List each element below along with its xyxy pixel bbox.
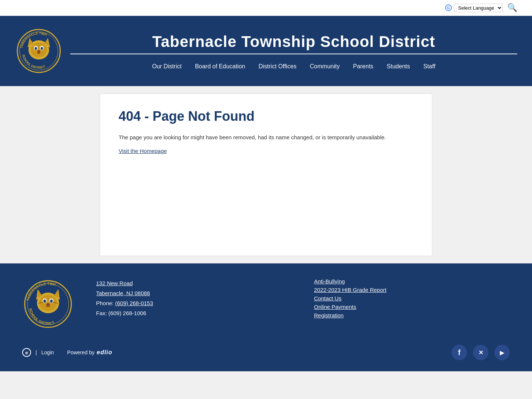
nav-item-students[interactable]: Students <box>380 60 417 73</box>
footer-link-contact[interactable]: Contact Us <box>314 295 510 301</box>
header-center: Tabernacle Township School District Our … <box>70 29 517 73</box>
site-title: Tabernacle Township School District <box>70 33 517 54</box>
error-message: The page you are looking for might have … <box>119 133 413 142</box>
edlio-brand: edlio <box>97 349 112 356</box>
footer-bottom: e | Login Powered by edlio f ✕ ▶ <box>22 341 510 360</box>
top-bar: G Select Language 🔍 <box>0 0 532 16</box>
powered-by-label <box>63 349 64 355</box>
footer-phone: Phone: (609) 268-0153 <box>96 298 292 308</box>
fax-label: Fax: <box>96 310 107 316</box>
footer-address-line1[interactable]: 132 New Road <box>96 278 292 288</box>
edlio-icon: e <box>22 348 31 357</box>
svg-point-24 <box>50 300 53 303</box>
nav-item-board-of-education[interactable]: Board of Education <box>188 60 252 73</box>
nav-item-parents[interactable]: Parents <box>346 60 380 73</box>
google-translate[interactable]: G Select Language <box>445 4 503 12</box>
main-wrapper: 404 - Page Not Found The page you are lo… <box>0 86 532 263</box>
language-select[interactable]: Select Language <box>454 4 503 12</box>
powered-by-text: Powered by <box>67 349 95 355</box>
svg-point-9 <box>37 50 40 52</box>
header: TABERNACLE TWP. SCHOOL DISTRICT Tabernac… <box>0 16 532 86</box>
nav-item-staff[interactable]: Staff <box>417 60 442 73</box>
footer-links: Anti-Bullying 2022-2023 HIB Grade Report… <box>314 278 510 318</box>
address-link-line2[interactable]: Tabernacle, NJ 08088 <box>96 290 150 296</box>
nav-item-our-district[interactable]: Our District <box>146 60 188 73</box>
facebook-icon[interactable]: f <box>451 345 467 360</box>
footer-contact: 132 New Road Tabernacle, NJ 08088 Phone:… <box>96 278 292 318</box>
login-link[interactable]: Login <box>41 349 54 355</box>
powered-by: Powered by edlio <box>67 349 112 356</box>
footer-fax: Fax: (609) 268-1006 <box>96 308 292 318</box>
svg-point-23 <box>44 300 46 303</box>
footer-inner: TABERNACLE TWP. SCHOOL DISTRICT 132 New … <box>22 278 510 330</box>
footer-edlio: e | Login Powered by edlio <box>22 348 112 357</box>
content-area: 404 - Page Not Found The page you are lo… <box>100 93 432 256</box>
footer: TABERNACLE TWP. SCHOOL DISTRICT 132 New … <box>0 263 532 371</box>
footer-link-hib-report[interactable]: 2022-2023 HIB Grade Report <box>314 287 510 293</box>
header-logo[interactable]: TABERNACLE TWP. SCHOOL DISTRICT <box>15 27 63 75</box>
footer-link-registration[interactable]: Registration <box>314 312 510 318</box>
svg-point-8 <box>41 47 43 50</box>
fax-number: (609) 268-1006 <box>108 310 146 316</box>
footer-link-anti-bullying[interactable]: Anti-Bullying <box>314 278 510 284</box>
svg-point-7 <box>35 47 37 50</box>
x-twitter-icon[interactable]: ✕ <box>473 345 488 360</box>
phone-link[interactable]: (609) 268-0153 <box>115 300 153 306</box>
youtube-icon[interactable]: ▶ <box>494 345 510 360</box>
footer-link-payments[interactable]: Online Payments <box>314 304 510 310</box>
google-g-icon: G <box>445 4 452 11</box>
error-title: 404 - Page Not Found <box>119 109 413 124</box>
footer-address-line2[interactable]: Tabernacle, NJ 08088 <box>96 288 292 298</box>
footer-logo[interactable]: TABERNACLE TWP. SCHOOL DISTRICT <box>22 278 74 330</box>
social-icons: f ✕ ▶ <box>451 345 510 360</box>
svg-point-25 <box>47 303 50 306</box>
login-divider: | <box>35 349 37 355</box>
homepage-link[interactable]: Visit the Homepage <box>119 148 167 154</box>
nav-item-district-offices[interactable]: District Offices <box>252 60 303 73</box>
address-link-line1[interactable]: 132 New Road <box>96 280 133 286</box>
nav-menu: Our District Board of Education District… <box>146 60 442 73</box>
search-button[interactable]: 🔍 <box>507 3 517 13</box>
phone-label: Phone: <box>96 300 114 306</box>
nav-item-community[interactable]: Community <box>303 60 347 73</box>
